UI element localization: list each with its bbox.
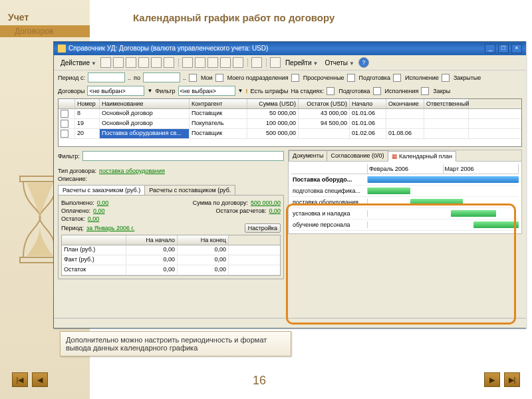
menu-goto[interactable]: Перейти▼: [283, 59, 321, 67]
select-icon[interactable]: [233, 57, 243, 68]
note-callout: Дополнительно можно настроить периодично…: [60, 331, 291, 356]
menu-action[interactable]: Действие▼: [58, 59, 99, 67]
chk-overdue[interactable]: [291, 74, 299, 82]
titlebar: Справочник УД: Договоры (валюта управлен…: [54, 42, 526, 55]
sort-icon[interactable]: [207, 57, 218, 68]
col-num[interactable]: Номер: [75, 99, 100, 108]
close-button[interactable]: ×: [511, 44, 522, 53]
gantt-row: подготовка специфика...: [291, 186, 519, 197]
toolbar: Действие▼ Перейти▼ Отчеты▼ ?: [54, 55, 526, 70]
period-to-input[interactable]: [143, 72, 180, 82]
col-resp[interactable]: Ответственный: [424, 99, 469, 108]
contracts-select[interactable]: [87, 86, 144, 96]
app-icon: [58, 45, 66, 53]
col-rest[interactable]: Остаток (USD): [299, 99, 350, 108]
col-start[interactable]: Начало: [350, 99, 386, 108]
lower-filter-input[interactable]: [82, 151, 284, 161]
print-icon[interactable]: [270, 57, 281, 68]
col-sum[interactable]: Сумма (USD): [247, 99, 299, 108]
col-name[interactable]: Наименование: [100, 99, 190, 108]
chk-prep[interactable]: [347, 74, 355, 82]
period-to-label: по: [134, 74, 140, 81]
gantt-row: Поставка оборудо...: [291, 174, 519, 186]
tab-supplier[interactable]: Расчеты с поставщиком (руб.: [144, 185, 235, 195]
table-row[interactable]: 8Основной договорПоставщик50 000,0043 00…: [59, 109, 521, 119]
nav-first[interactable]: |◀: [12, 372, 28, 387]
chk-stage-prep[interactable]: [327, 87, 334, 95]
menu-reports[interactable]: Отчеты▼: [322, 59, 357, 67]
col-end[interactable]: Окончание: [386, 99, 424, 108]
folder-icon[interactable]: [164, 57, 174, 68]
type-link[interactable]: поставка оборудования: [99, 168, 165, 174]
help-icon[interactable]: ?: [358, 57, 369, 68]
tab-docs[interactable]: Документы: [289, 150, 327, 161]
filter-select[interactable]: [178, 86, 235, 96]
maximize-button[interactable]: □: [498, 44, 509, 53]
chk-exec[interactable]: [393, 74, 401, 82]
edit-icon[interactable]: [113, 57, 124, 68]
table-row: План (руб.)0,000,00: [62, 245, 280, 255]
gantt-row: обучение персонала: [291, 219, 519, 231]
side-subtitle: Договоров: [15, 27, 53, 36]
page-number: 16: [253, 374, 266, 388]
chk-stage-closed[interactable]: [421, 87, 429, 95]
contracts-grid: Номер Наименование Контрагент Сумма (USD…: [58, 98, 522, 147]
table-row[interactable]: 20Поставка оборудования св...Поставщик50…: [59, 129, 521, 139]
filter-icon[interactable]: [195, 57, 205, 68]
minimize-button[interactable]: _: [485, 44, 495, 53]
chk-mine[interactable]: [189, 74, 197, 82]
period-label: Период с:: [58, 74, 85, 81]
filter-bar-1: Период с: .. по .. Мои Моего подразделен…: [54, 70, 526, 84]
delete-icon[interactable]: [138, 57, 149, 68]
slide-title: Календарный график работ по договору: [133, 12, 334, 23]
table-row: Факт (руб.)0,000,00: [62, 255, 280, 265]
tree-icon[interactable]: [220, 57, 231, 68]
copy-icon[interactable]: [126, 57, 136, 68]
gantt-chart: Февраль 2006 Март 2006 Поставка оборудо.…: [289, 162, 521, 233]
calendar-icon[interactable]: [251, 57, 262, 68]
tab-agree[interactable]: Согласование (0/0): [327, 150, 388, 161]
tab-plan[interactable]: ▦ Календарный план: [388, 151, 456, 162]
gantt-month-1: Февраль 2006: [368, 164, 444, 174]
right-panel: Документы Согласование (0/0) ▦ Календарн…: [288, 150, 522, 234]
window-title: Справочник УД: Договоры (валюта управлен…: [68, 45, 268, 52]
add-icon[interactable]: [100, 57, 111, 68]
gantt-row: установка и наладка: [291, 208, 519, 219]
chk-dept[interactable]: [215, 74, 223, 82]
period-from-input[interactable]: [88, 72, 125, 82]
filter-bar-2: Договоры ▼ Фильтр ▼ ! Есть штрафы На ста…: [54, 84, 526, 97]
settings-button[interactable]: Настройка: [245, 223, 281, 233]
chk-closed[interactable]: [442, 74, 450, 82]
col-contr[interactable]: Контрагент: [190, 99, 247, 108]
chk-stage-exec[interactable]: [373, 87, 381, 95]
warning-icon: !: [246, 88, 248, 94]
table-row[interactable]: 19Основной договорПокупатель100 000,0094…: [59, 119, 521, 129]
status-bar: [54, 318, 526, 328]
app-window: Справочник УД: Договоры (валюта управлен…: [53, 41, 526, 329]
nav-next[interactable]: ▶: [484, 372, 500, 387]
refresh-icon[interactable]: [182, 57, 193, 68]
details-panel: Фильтр: Тип договора: поставка оборудова…: [58, 150, 284, 279]
side-title: Учет: [8, 12, 29, 23]
gantt-month-2: Март 2006: [444, 164, 519, 174]
gantt-row: поставка оборудования: [291, 197, 519, 208]
nav-last[interactable]: ▶|: [504, 372, 520, 387]
tab-customer[interactable]: Расчеты с заказчиком (руб.): [58, 185, 145, 195]
hierarchy-icon[interactable]: [151, 57, 162, 68]
table-row: Остаток0,000,00: [62, 265, 280, 275]
nav-prev[interactable]: ◀: [32, 372, 48, 387]
